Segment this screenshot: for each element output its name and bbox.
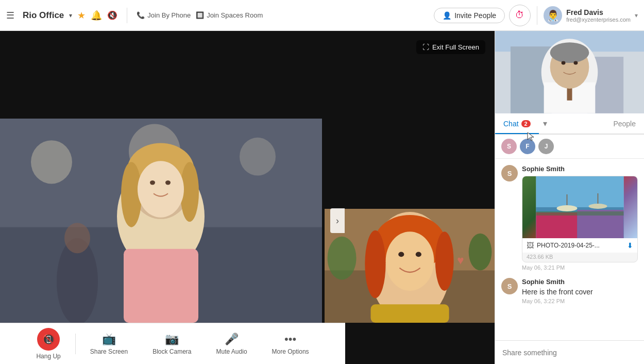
video-tile-secondary: ♥ xyxy=(325,209,495,323)
chat-more-button[interactable]: ▾ xyxy=(539,113,551,134)
svg-point-47 xyxy=(589,204,607,209)
hang-up-button[interactable]: 📵 Hang Up xyxy=(24,328,73,360)
chat-tab[interactable]: Chat 2 xyxy=(495,114,539,134)
hang-up-label: Hang Up xyxy=(36,353,60,360)
svg-point-46 xyxy=(557,205,578,211)
svg-point-39 xyxy=(562,61,566,65)
controls-divider-1 xyxy=(75,334,76,354)
share-bar xyxy=(495,340,644,364)
svg-point-10 xyxy=(138,161,184,218)
download-icon[interactable]: ⬇ xyxy=(627,241,633,250)
controls-bar: 📵 Hang Up 📺 Share Screen 📷 Block Camera … xyxy=(0,323,345,364)
svg-point-15 xyxy=(64,223,90,253)
block-camera-button[interactable]: 📷 Block Camera xyxy=(140,333,204,355)
spaces-icon: 🔲 xyxy=(196,11,204,19)
svg-text:♥: ♥ xyxy=(457,253,464,267)
svg-rect-28 xyxy=(370,304,449,323)
invite-label: Invite People xyxy=(454,11,496,20)
next-slide-button[interactable]: › xyxy=(330,208,345,233)
user-email: fred@xyzenterprises.com xyxy=(566,16,631,23)
people-tab-label: People xyxy=(613,120,636,128)
chat-badge: 2 xyxy=(521,120,531,127)
join-phone-label: Join By Phone xyxy=(147,11,191,19)
message-time-1: May 06, 3:21 PM xyxy=(522,264,638,271)
videos-container: ♥ xyxy=(0,31,495,323)
svg-point-2 xyxy=(31,140,72,184)
exit-fullscreen-label: Exit Full Screen xyxy=(432,43,479,51)
fullscreen-icon: ⛶ xyxy=(422,43,429,51)
invite-icon: 👤 xyxy=(443,11,451,20)
header-divider-1 xyxy=(127,8,127,23)
video-bg-2: ♥ xyxy=(325,209,495,323)
user-profile[interactable]: 👨‍⚕️ Fred Davis fred@xyzenterprises.com … xyxy=(544,6,638,25)
svg-rect-42 xyxy=(536,176,624,207)
chat-message-2: S Sophie Smith Here is the front cover M… xyxy=(501,278,638,304)
sender-name-1: Sophie Smith xyxy=(522,165,638,173)
svg-point-23 xyxy=(365,230,385,298)
header-right: 👤 Invite People ⏱ 👨‍⚕️ Fred Davis fred@x… xyxy=(434,5,638,26)
svg-rect-50 xyxy=(536,211,624,216)
svg-point-24 xyxy=(435,231,454,291)
svg-rect-13 xyxy=(124,249,198,323)
main-content: ♥ xyxy=(0,31,644,364)
avatar: 👨‍⚕️ xyxy=(544,6,562,25)
favorite-icon[interactable]: ★ xyxy=(77,10,86,21)
mute-audio-button[interactable]: 🎤 Mute Audio xyxy=(204,333,260,355)
invite-people-button[interactable]: 👤 Invite People xyxy=(434,8,505,23)
camera-icon: 📷 xyxy=(165,333,179,346)
video-area: ♥ xyxy=(0,31,495,364)
share-input[interactable] xyxy=(502,349,637,357)
chat-message-1: S Sophie Smith xyxy=(501,165,638,271)
header-left: ☰ Rio Office ▾ ★ 🔔 🔇 📞 Join By Phone 🔲 J… xyxy=(6,8,434,23)
doctor-video-tile xyxy=(495,31,644,113)
svg-point-26 xyxy=(398,252,404,257)
svg-point-18 xyxy=(328,237,357,280)
sender-avatar-1: S xyxy=(501,165,518,181)
video-tile-main xyxy=(0,119,322,323)
app-dropdown-icon[interactable]: ▾ xyxy=(69,12,72,19)
svg-point-25 xyxy=(386,231,434,291)
mute-icon[interactable]: 🔇 xyxy=(107,10,117,20)
join-spaces-button[interactable]: 🔲 Join Spaces Room xyxy=(196,11,263,19)
header: ☰ Rio Office ▾ ★ 🔔 🔇 📞 Join By Phone 🔲 J… xyxy=(0,0,644,31)
svg-point-38 xyxy=(550,42,589,63)
svg-point-19 xyxy=(469,234,492,271)
user-details: Fred Davis fred@xyzenterprises.com xyxy=(566,8,631,23)
mute-audio-label: Mute Audio xyxy=(216,348,247,355)
chat-messages: S Sophie Smith xyxy=(495,159,644,340)
svg-point-12 xyxy=(165,180,171,185)
menu-icon[interactable]: ☰ xyxy=(6,10,14,21)
svg-point-4 xyxy=(240,138,276,176)
file-info-row: 🖼 PHOTO-2019-04-25-... ⬇ xyxy=(522,238,637,253)
more-options-button[interactable]: ••• More Options xyxy=(260,333,321,355)
phone-icon: 📞 xyxy=(137,11,145,19)
microphone-icon: 🎤 xyxy=(225,333,239,346)
more-options-label: More Options xyxy=(272,348,309,355)
share-screen-button[interactable]: 📺 Share Screen xyxy=(78,333,140,355)
join-by-phone-button[interactable]: 📞 Join By Phone xyxy=(137,11,191,19)
block-camera-label: Block Camera xyxy=(152,348,191,355)
svg-point-27 xyxy=(416,252,421,257)
people-tab[interactable]: People xyxy=(605,114,644,133)
notifications-icon[interactable]: 🔔 xyxy=(91,10,102,21)
exit-fullscreen-button[interactable]: ⛶ Exit Full Screen xyxy=(416,40,485,54)
file-size: 423.66 KB xyxy=(522,253,637,262)
participants-avatars: S F J xyxy=(495,135,644,159)
participant-avatar-3: J xyxy=(538,139,554,154)
timer-button[interactable]: ⏱ xyxy=(509,5,531,26)
header-divider-2 xyxy=(537,6,537,25)
user-name: Fred Davis xyxy=(566,8,631,16)
svg-point-11 xyxy=(150,180,155,185)
message-time-2: May 06, 3:22 PM xyxy=(522,298,638,304)
more-options-icon: ••• xyxy=(284,333,296,346)
image-attachment[interactable]: 🖼 PHOTO-2019-04-25-... ⬇ 423.66 KB xyxy=(522,176,638,262)
join-spaces-label: Join Spaces Room xyxy=(207,11,263,19)
participant-avatar-2: F xyxy=(520,139,535,154)
chevron-down-icon: ▾ xyxy=(543,119,547,128)
user-chevron-icon[interactable]: ▾ xyxy=(635,12,638,19)
next-arrow-icon: › xyxy=(336,216,339,226)
video-bg-1 xyxy=(0,119,322,323)
file-name: PHOTO-2019-04-25-... xyxy=(537,242,624,249)
app-title: Rio Office xyxy=(23,10,64,21)
participant-avatar-1: S xyxy=(501,139,517,154)
